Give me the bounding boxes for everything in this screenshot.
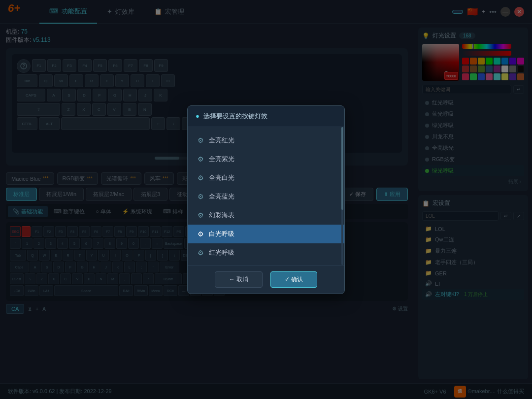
modal-item-label-2: 全亮白光 bbox=[209, 173, 234, 182]
modal-body: ⚙ 全亮红光 ⚙ 全亮紫光 ⚙ 全亮白光 ⚙ 全亮蓝光 ⚙ 幻彩海表 ⚙ 白光呼… bbox=[188, 127, 344, 265]
modal-header: ● 选择要设置的按键灯效 bbox=[188, 106, 344, 127]
modal-item-icon-1: ⚙ bbox=[198, 155, 204, 163]
modal-item-icon-3: ⚙ bbox=[198, 193, 204, 200]
modal-item-icon-0: ⚙ bbox=[198, 136, 204, 144]
modal-item-icon-2: ⚙ bbox=[198, 174, 204, 182]
modal-footer: ← 取消 ✓ 确认 bbox=[188, 265, 344, 294]
modal-overlay[interactable]: ● 选择要设置的按键灯效 ⚙ 全亮红光 ⚙ 全亮紫光 ⚙ 全亮白光 ⚙ 全亮蓝光… bbox=[0, 0, 532, 399]
modal-item-3[interactable]: ⚙ 全亮蓝光 bbox=[188, 187, 344, 206]
modal-confirm-button[interactable]: ✓ 确认 bbox=[270, 271, 317, 288]
modal-item-icon-4: ⚙ bbox=[198, 211, 204, 219]
modal-item-icon-5: ⚙ bbox=[198, 230, 204, 238]
modal-item-5-selected[interactable]: ⚙ 白光呼吸 bbox=[188, 225, 344, 243]
modal-item-4[interactable]: ⚙ 幻彩海表 bbox=[188, 206, 344, 225]
modal-title: 选择要设置的按键灯效 bbox=[203, 112, 267, 121]
modal-dialog: ● 选择要设置的按键灯效 ⚙ 全亮红光 ⚙ 全亮紫光 ⚙ 全亮白光 ⚙ 全亮蓝光… bbox=[187, 105, 345, 294]
modal-scrollbar-track bbox=[341, 127, 343, 265]
modal-item-label-1: 全亮紫光 bbox=[209, 155, 234, 164]
modal-scrollbar-thumb[interactable] bbox=[341, 127, 343, 210]
modal-item-label-5: 白光呼吸 bbox=[209, 230, 234, 238]
modal-item-2[interactable]: ⚙ 全亮白光 bbox=[188, 168, 344, 187]
modal-item-1[interactable]: ⚙ 全亮紫光 bbox=[188, 150, 344, 168]
modal-item-label-4: 幻彩海表 bbox=[209, 211, 234, 220]
modal-item-label-0: 全亮红光 bbox=[209, 136, 234, 145]
modal-item-icon-6: ⚙ bbox=[198, 249, 204, 257]
modal-item-label-6: 红光呼吸 bbox=[209, 248, 234, 257]
modal-item-0[interactable]: ⚙ 全亮红光 bbox=[188, 131, 344, 150]
modal-item-label-3: 全亮蓝光 bbox=[209, 192, 234, 201]
modal-dot-icon: ● bbox=[196, 112, 200, 120]
modal-cancel-button[interactable]: ← 取消 bbox=[215, 271, 263, 288]
modal-item-6[interactable]: ⚙ 红光呼吸 bbox=[188, 243, 344, 262]
